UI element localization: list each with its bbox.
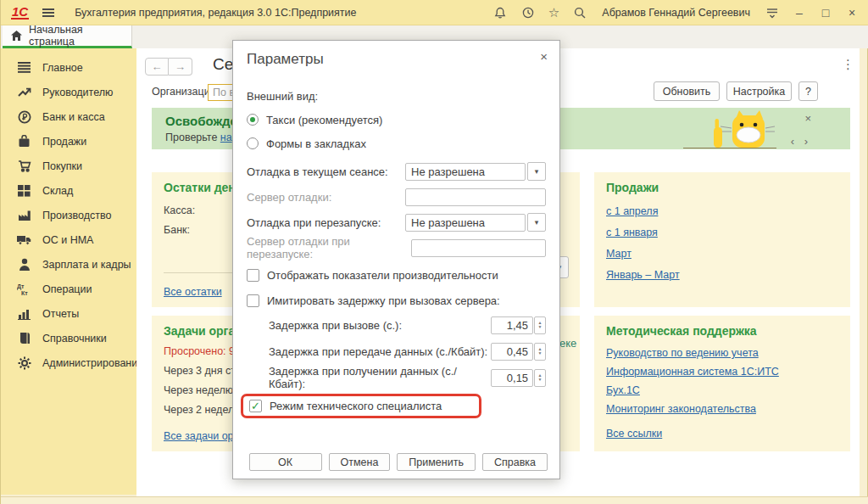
sidebar-item-label: Покупки xyxy=(42,160,82,172)
sales-link[interactable]: Январь – Март xyxy=(606,269,838,281)
svg-text:Кт: Кт xyxy=(21,290,28,296)
delay-send-label: Задержка при передаче данных (с./Кбайт): xyxy=(269,345,487,358)
banner-prev-icon[interactable]: ‹ xyxy=(791,135,794,148)
cancel-button[interactable]: Отмена xyxy=(329,453,391,471)
support-link[interactable]: Информационная система 1С:ИТС xyxy=(606,366,838,378)
support-link[interactable]: Мониторинг законодательства xyxy=(606,403,838,415)
perf-indicators-checkbox[interactable]: Отображать показатели производительности xyxy=(247,268,546,283)
banner-link[interactable]: на xyxy=(220,132,232,143)
sidebar-item-reports[interactable]: Отчеты xyxy=(1,301,136,326)
panel-title: Методическая поддержка xyxy=(606,324,838,338)
help-dialog-button[interactable]: Справка xyxy=(482,453,548,471)
spinner-buttons[interactable]: ▲▼ xyxy=(534,343,546,361)
radio-taxi-label: Такси (рекомендуется) xyxy=(266,114,382,126)
debug-restart-select[interactable]: Не разрешена xyxy=(405,214,526,232)
minimize-button[interactable]: – xyxy=(793,6,806,20)
imitate-delay-checkbox[interactable]: Имитировать задержку при вызовах сервера… xyxy=(247,294,546,308)
back-button[interactable]: ← xyxy=(145,58,169,76)
apply-button[interactable]: Применить xyxy=(397,453,476,471)
favorites-star-icon[interactable]: ☆ xyxy=(548,5,559,20)
sales-link[interactable]: Март xyxy=(606,248,838,260)
maximize-button[interactable]: □ xyxy=(819,6,832,20)
forward-button[interactable]: → xyxy=(169,58,192,76)
support-link[interactable]: Бух.1С xyxy=(606,384,838,396)
delay-call-label: Задержка при вызове (с.): xyxy=(269,319,402,332)
sidebar-item-main[interactable]: Главное xyxy=(1,55,136,80)
radio-forms-in-tabs[interactable]: Формы в закладках xyxy=(247,137,546,150)
tab-home-label: Начальная страница xyxy=(29,24,123,48)
titlebar: 1С Бухгалтерия предприятия, редакция 3.0… xyxy=(1,0,868,25)
appearance-label: Внешний вид: xyxy=(247,90,546,103)
sidebar-item-sales[interactable]: Продажи xyxy=(1,129,136,154)
sidebar-item-catalogs[interactable]: Справочники xyxy=(1,326,136,350)
support-link[interactable]: Руководство по ведению учета xyxy=(606,347,838,359)
factory-icon xyxy=(17,208,31,222)
sidebar-item-label: Зарплата и кадры xyxy=(42,259,131,271)
settings-button[interactable]: Настройка xyxy=(726,81,792,101)
sidebar-item-payroll[interactable]: Зарплата и кадры xyxy=(1,252,136,277)
refresh-button[interactable]: Обновить xyxy=(654,81,720,101)
main-menu-icon[interactable] xyxy=(41,5,56,20)
sidebar-item-label: Банк и касса xyxy=(42,111,105,123)
current-user[interactable]: Абрамов Геннадий Сергеевич xyxy=(602,7,750,19)
sidebar-item-production[interactable]: Производство xyxy=(1,203,136,227)
dropdown-arrow-icon[interactable]: ▾ xyxy=(527,162,546,181)
delay-call-input[interactable]: 1,45 xyxy=(491,316,533,334)
history-icon[interactable] xyxy=(520,5,536,20)
sidebar-item-operations[interactable]: ДтКт Операции xyxy=(1,277,136,301)
gear-icon xyxy=(17,356,31,370)
banner-close-icon[interactable]: × xyxy=(804,112,811,125)
all-links-link[interactable]: Все ссылки xyxy=(606,428,838,440)
ok-button[interactable]: ОК xyxy=(249,453,322,471)
book-icon xyxy=(17,331,31,345)
sidebar-item-fixed-assets[interactable]: ОС и НМА xyxy=(1,227,136,252)
sidebar-item-purchases[interactable]: Покупки xyxy=(1,154,136,178)
banner-next-icon[interactable]: › xyxy=(804,135,808,148)
spin-down-icon[interactable]: ▼ xyxy=(538,325,542,329)
sidebar-item-label: Производство xyxy=(42,210,112,221)
sidebar-item-label: ОС и НМА xyxy=(42,234,93,246)
sidebar-item-warehouse[interactable]: Склад xyxy=(1,178,136,203)
radio-taxi[interactable]: Такси (рекомендуется) xyxy=(247,113,546,126)
panel-title: Продажи xyxy=(606,181,838,194)
sales-link[interactable]: с 1 апреля xyxy=(606,205,838,217)
help-button[interactable]: ? xyxy=(798,81,818,101)
debug-current-label: Отладка в текущем сеансе: xyxy=(247,165,388,178)
spinner-buttons[interactable]: ▲▼ xyxy=(534,316,546,334)
checkbox-unchecked-icon xyxy=(247,294,259,307)
sidebar-item-label: Операции xyxy=(42,283,92,295)
sidebar-item-label: Отчеты xyxy=(42,308,79,320)
debug-current-select[interactable]: Не разрешена xyxy=(405,163,526,181)
hidden-text-fragment: еке xyxy=(559,337,576,350)
dialog-close-icon[interactable]: × xyxy=(540,49,548,64)
sidebar-item-manager[interactable]: Руководителю xyxy=(1,80,136,104)
person-icon xyxy=(17,257,31,272)
service-menu-icon[interactable] xyxy=(765,5,780,20)
sidebar-item-label: Руководителю xyxy=(42,87,113,98)
sidebar-item-bank[interactable]: Банк и касса xyxy=(1,104,136,129)
banner-text-prefix: Проверьте xyxy=(165,132,220,143)
spin-down-icon[interactable]: ▼ xyxy=(538,351,542,356)
tab-home[interactable]: Начальная страница xyxy=(3,25,132,48)
dropdown-arrow-icon[interactable]: ▾ xyxy=(527,213,546,232)
sidebar-item-administration[interactable]: Администрирование xyxy=(1,350,136,375)
debug-restart-server-input[interactable] xyxy=(411,239,546,257)
sidebar-item-label: Справочники xyxy=(42,333,107,344)
spin-down-icon[interactable]: ▼ xyxy=(538,378,542,382)
banner-text: Проверьте на xyxy=(165,132,232,143)
close-window-button[interactable]: × xyxy=(845,6,859,20)
svg-text:Дт: Дт xyxy=(17,283,25,290)
bag-icon xyxy=(17,134,31,148)
spinner-buttons[interactable]: ▲▼ xyxy=(534,369,546,387)
debug-server-input[interactable] xyxy=(405,188,546,206)
cart-icon xyxy=(17,159,31,173)
checkbox-checked-icon[interactable]: ✓ xyxy=(249,400,262,412)
notifications-bell-icon[interactable] xyxy=(492,5,508,20)
delay-recv-input[interactable]: 0,15 xyxy=(491,369,533,387)
support-panel: Методическая поддержка Руководство по ве… xyxy=(594,316,850,451)
more-options-icon[interactable]: ⋮ xyxy=(842,57,854,72)
sales-link[interactable]: с 1 января xyxy=(606,227,838,238)
radio-unselected-icon xyxy=(247,137,259,149)
delay-send-input[interactable]: 0,45 xyxy=(491,343,533,361)
search-icon[interactable] xyxy=(572,5,587,20)
